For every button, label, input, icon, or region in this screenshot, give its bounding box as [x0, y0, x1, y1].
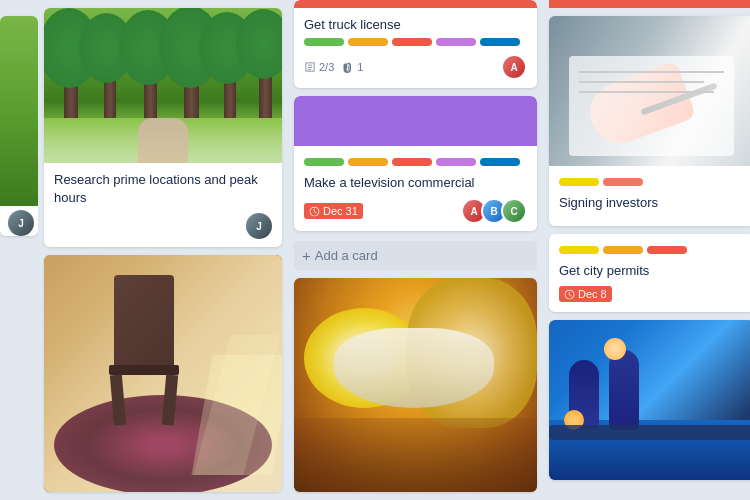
- card-image-trees: [44, 8, 282, 163]
- label-salmon-signing: [603, 178, 643, 186]
- meta-left-tv: Dec 31: [304, 203, 363, 219]
- card-image-signing: [549, 16, 750, 166]
- due-month-tv: Dec: [323, 205, 343, 217]
- card-image-meeting: [549, 320, 750, 480]
- checklist-value: 2/3: [319, 61, 334, 73]
- label-orange: [348, 38, 388, 46]
- column-3: Signing investors Get city permits Dec 8: [543, 0, 750, 500]
- top-red-bar: [549, 0, 750, 8]
- card-indoor[interactable]: [44, 255, 282, 492]
- card-meta-permits: Dec 8: [559, 286, 744, 302]
- card-body-signing: Signing investors: [549, 166, 750, 226]
- column-2: Get truck license 2/3: [288, 0, 543, 500]
- plus-icon: +: [302, 247, 311, 264]
- card-top-bar: [294, 0, 537, 8]
- clock-icon-tv: [309, 206, 320, 217]
- label-yellow-signing: [559, 178, 599, 186]
- avatars-truck: A: [507, 54, 527, 80]
- due-badge-tv: Dec 31: [304, 203, 363, 219]
- paperclip-icon: [342, 61, 354, 73]
- card-food[interactable]: [294, 278, 537, 492]
- clock-icon-permits: [564, 289, 575, 300]
- avatar: J: [8, 210, 34, 236]
- label-blue: [480, 38, 520, 46]
- avatar-1: A: [501, 54, 527, 80]
- checklist-meta: 2/3: [304, 61, 334, 73]
- label-red-permits: [647, 246, 687, 254]
- card-tv-commercial[interactable]: Make a television commercial Dec 31 A B …: [294, 96, 537, 231]
- card-image-food: [294, 278, 537, 492]
- label-green: [304, 38, 344, 46]
- card-meeting[interactable]: [549, 320, 750, 480]
- label-purple-tv: [436, 158, 476, 166]
- add-card-label: Add a card: [315, 248, 378, 263]
- card-truck-license[interactable]: Get truck license 2/3: [294, 0, 537, 88]
- due-day-permits: 8: [601, 288, 607, 300]
- label-blue-tv: [480, 158, 520, 166]
- card-purple-header: [294, 96, 537, 146]
- card-body-permits: Get city permits Dec 8: [549, 234, 750, 312]
- label-red: [392, 38, 432, 46]
- card-title-research: Research prime locations and peak hours: [54, 171, 272, 207]
- label-orange-tv: [348, 158, 388, 166]
- avatar: J: [246, 213, 272, 239]
- card-meta-truck: 2/3 1 A: [304, 54, 527, 80]
- card-title-signing: Signing investors: [559, 194, 744, 212]
- label-orange-permits: [603, 246, 643, 254]
- due-month-permits: Dec: [578, 288, 598, 300]
- label-green-tv: [304, 158, 344, 166]
- card-labels-permits: [559, 246, 744, 254]
- card-permits[interactable]: Get city permits Dec 8: [549, 234, 750, 312]
- card-labels-signing: [559, 178, 744, 186]
- label-red-tv: [392, 158, 432, 166]
- column-1: Research prime locations and peak hours …: [38, 0, 288, 500]
- label-purple: [436, 38, 476, 46]
- avatar-tv-3: C: [501, 198, 527, 224]
- attachment-meta: 1: [342, 61, 363, 73]
- card-body-truck: Get truck license 2/3: [294, 8, 537, 88]
- left-partial-column: J: [0, 0, 38, 500]
- meta-left-truck: 2/3 1: [304, 61, 363, 73]
- due-day-tv: 31: [346, 205, 358, 217]
- add-card-button[interactable]: + Add a card: [294, 241, 537, 270]
- attachment-value: 1: [357, 61, 363, 73]
- checklist-icon: [304, 61, 316, 73]
- label-yellow-permits: [559, 246, 599, 254]
- card-image-indoor: [44, 255, 282, 492]
- avatars-tv: A B C: [467, 198, 527, 224]
- card-title-permits: Get city permits: [559, 262, 744, 280]
- board: J: [0, 0, 750, 500]
- card-meta-tv: Dec 31 A B C: [304, 198, 527, 224]
- card-body-tv: Make a television commercial Dec 31 A B …: [294, 146, 537, 231]
- card-meta-research: J: [54, 213, 272, 239]
- card-signing[interactable]: Signing investors: [549, 16, 750, 226]
- card-title-tv: Make a television commercial: [304, 174, 527, 192]
- card-labels-truck: [304, 38, 527, 46]
- partial-card-1[interactable]: J: [0, 16, 38, 236]
- card-labels-tv: [304, 158, 527, 166]
- card-research[interactable]: Research prime locations and peak hours …: [44, 8, 282, 247]
- card-body-research: Research prime locations and peak hours …: [44, 163, 282, 247]
- card-title-truck: Get truck license: [304, 16, 527, 34]
- due-badge-permits: Dec 8: [559, 286, 612, 302]
